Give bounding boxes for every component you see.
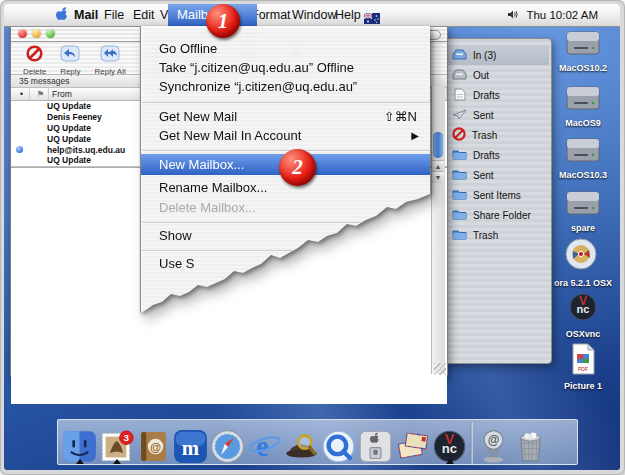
menu-item-take-offline[interactable]: Take “j.citizen@uq.edu.au” Offline <box>159 58 419 77</box>
menu-item-use-s-torn[interactable]: Use S <box>159 254 419 273</box>
finder-icon[interactable] <box>61 424 98 464</box>
menubar-clock[interactable]: Thu 10:02 AM <box>526 9 598 21</box>
osxvnc-icon[interactable]: V nc <box>431 424 468 464</box>
desktop-icon-spare[interactable]: spare <box>550 188 616 233</box>
hard-drive-icon <box>563 99 603 116</box>
desktop-icon-macos9[interactable]: MacOS9 <box>550 83 616 128</box>
no-sign-icon <box>26 45 43 66</box>
reply-button[interactable]: Reply <box>60 42 80 76</box>
menubar-item-mail[interactable]: Mail <box>74 4 98 26</box>
folder-icon <box>452 228 467 242</box>
desktop-icon-label: MacOS10.2 <box>550 63 616 73</box>
classic-mail-icon[interactable]: @ <box>475 424 512 464</box>
safari-icon[interactable] <box>209 424 246 464</box>
desktop-icon-picture1[interactable]: PDF Picture 1 <box>550 342 616 391</box>
sherlock-icon[interactable] <box>283 424 320 464</box>
pdf-file-icon: PDF <box>568 362 598 379</box>
menubar-item-help[interactable]: Help <box>335 4 361 26</box>
callout-step-1: 1 <box>206 4 240 38</box>
internet-explorer-icon[interactable]: e <box>246 424 283 464</box>
menu-separator <box>142 150 430 151</box>
reply-arrow-icon <box>60 45 80 66</box>
resize-grip[interactable] <box>434 363 446 375</box>
no-sign-icon <box>452 127 466 143</box>
system-preferences-icon[interactable] <box>357 424 394 464</box>
drawer-item-share-folder[interactable]: Share Folder <box>447 205 549 225</box>
drawer-item-label: Drafts <box>473 150 500 161</box>
delete-button[interactable]: Delete <box>23 42 46 76</box>
message-from: UQ Update <box>43 155 91 165</box>
menu-item-go-offline[interactable]: Go Offline <box>159 39 419 58</box>
unread-dot-icon <box>16 146 23 153</box>
desktop-icon-label: OSXvnc <box>550 329 616 339</box>
paper-plane-icon <box>452 108 467 122</box>
apple-menu[interactable] <box>55 4 68 26</box>
desktop: MacOS10.2 MacOS9 MacOS10.3 spare <box>4 4 620 470</box>
reply-all-button[interactable]: Reply All <box>95 42 126 76</box>
mail-badge-count: 3 <box>124 432 130 443</box>
menu-bar: Mail File Edit View Mailbox Format Windo… <box>4 4 620 27</box>
drawer-item-label: Drafts <box>473 90 500 101</box>
inbox-icon <box>452 48 467 62</box>
menu-item-show[interactable]: Show <box>159 226 419 245</box>
drawer-item-in[interactable]: In (3) <box>447 45 549 65</box>
trash-icon[interactable] <box>512 424 549 464</box>
svg-text:nc: nc <box>442 441 457 456</box>
menu-item-get-new-mail[interactable]: Get New Mail ⇧⌘N <box>159 107 419 126</box>
mail-icon[interactable]: 3 <box>98 424 135 464</box>
reply-all-arrow-icon <box>100 45 120 66</box>
address-book-icon[interactable]: @ <box>135 424 172 464</box>
folder-icon <box>452 148 467 162</box>
desktop-icon-macos103[interactable]: MacOS10.3 <box>550 135 616 180</box>
screenshot-frame: MacOS10.2 MacOS9 MacOS10.3 spare <box>0 0 625 475</box>
menu-separator <box>142 102 430 103</box>
message-from: UQ Update <box>43 101 91 111</box>
running-indicator <box>446 459 454 464</box>
scrollbar-thumb[interactable] <box>433 132 443 158</box>
desktop-icon-osxvnc[interactable]: V nc OSXvnc <box>550 292 616 339</box>
svg-text:m: m <box>182 436 199 459</box>
running-indicator <box>76 459 84 464</box>
volume-icon[interactable] <box>507 9 519 22</box>
cd-disc-icon <box>563 259 603 276</box>
drawer-item-trash-top[interactable]: Trash <box>447 125 549 145</box>
menu-item-delete-mailbox: Delete Mailbox... <box>159 198 419 217</box>
toolbar-button-label: Reply All <box>95 67 126 76</box>
column-header-flag[interactable]: ⚑ <box>30 88 49 100</box>
mailboxes-drawer: In (3) Out Drafts Sent Tras <box>444 38 552 364</box>
quicktime-icon[interactable] <box>320 424 357 464</box>
drawer-item-sent-top[interactable]: Sent <box>447 105 549 125</box>
dock: 3 @ m e <box>57 419 578 465</box>
drawer-item-sent-items[interactable]: Sent Items <box>447 185 549 205</box>
scroll-down-arrow[interactable]: ▼ <box>432 171 444 183</box>
drawer-item-drafts-top[interactable]: Drafts <box>447 85 549 105</box>
menu-separator <box>142 250 430 251</box>
message-from: UQ Update <box>43 123 91 133</box>
message-from: UQ Update <box>43 134 91 144</box>
menu-item-synchronize[interactable]: Synchronize “j.citizen@uq.edu.au” <box>159 77 419 96</box>
drawer-item-sent-folder[interactable]: Sent <box>447 165 549 185</box>
vertical-scrollbar[interactable]: ▲ ▼ <box>431 86 445 374</box>
drawer-item-out[interactable]: Out <box>447 65 549 85</box>
desktop-icon-eudora-cd[interactable]: ora 5.2.1 OSX <box>550 237 616 288</box>
folder-icon <box>452 168 467 182</box>
eudora-icon[interactable] <box>394 424 431 464</box>
drawer-item-drafts-folder[interactable]: Drafts <box>447 145 549 165</box>
running-indicator <box>113 459 121 464</box>
keyboard-shortcut: ⇧⌘N <box>384 107 417 126</box>
drawer-item-label: Sent Items <box>473 190 521 201</box>
svg-text:@: @ <box>488 433 500 447</box>
menubar-item-edit[interactable]: Edit <box>133 4 155 26</box>
draft-paper-icon <box>452 88 467 103</box>
column-header-unread[interactable]: • <box>11 88 30 100</box>
menubar-item-file[interactable]: File <box>104 4 124 26</box>
desktop-icon-macos102[interactable]: MacOS10.2 <box>550 28 616 73</box>
hard-drive-icon <box>563 44 603 61</box>
mozilla-icon[interactable]: m <box>172 424 209 464</box>
drawer-item-label: Share Folder <box>473 210 531 221</box>
svg-text:nc: nc <box>577 303 590 315</box>
menubar-item-window[interactable]: Window <box>292 4 336 26</box>
menu-separator <box>142 222 430 223</box>
drawer-item-trash-folder[interactable]: Trash <box>447 225 549 245</box>
menu-item-get-new-mail-in-account[interactable]: Get New Mail In Account ▶ <box>159 126 419 145</box>
